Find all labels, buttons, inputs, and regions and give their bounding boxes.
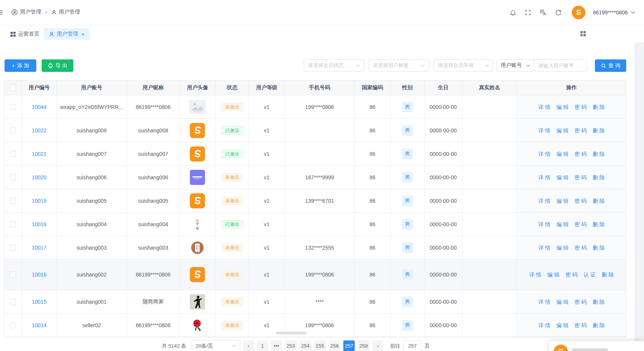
next-page-button[interactable]: › [372, 340, 383, 351]
refresh-icon[interactable] [554, 9, 562, 16]
horizontal-scrollbar[interactable] [276, 332, 306, 334]
action-link[interactable]: 详 情 [538, 296, 550, 308]
page-button[interactable]: 255 [314, 340, 326, 351]
prev-page-button[interactable]: ‹ [243, 340, 254, 351]
add-button[interactable]: + 添 加 [5, 59, 36, 72]
action-link[interactable]: 编 辑 [556, 101, 568, 113]
menu-icon[interactable] [0, 9, 3, 16]
user-id-link[interactable]: 10018 [32, 221, 47, 227]
breadcrumb-item-user-management[interactable]: 用户管理 [51, 9, 80, 16]
row-checkbox[interactable] [10, 272, 16, 278]
action-link[interactable]: 编 辑 [556, 296, 568, 308]
user-id-link[interactable]: 10020 [32, 174, 47, 180]
page-button[interactable]: 1 [257, 340, 268, 351]
tab-operations-home[interactable]: 运营首页 [5, 28, 44, 40]
user-level-cell: v1 [249, 189, 285, 212]
action-link[interactable]: 详 情 [538, 219, 550, 230]
action-link[interactable]: 编 辑 [547, 269, 559, 280]
action-link[interactable]: 密 码 [574, 148, 587, 160]
more-pages-button[interactable]: ••• [271, 340, 282, 351]
breadcrumb-item-users[interactable]: 用户管理 [11, 9, 41, 16]
action-link[interactable]: 密 码 [574, 195, 587, 207]
action-link[interactable]: 密 码 [574, 320, 587, 331]
action-link[interactable]: 密 码 [574, 125, 587, 136]
translate-icon[interactable] [539, 9, 547, 16]
action-link[interactable]: 密 码 [574, 296, 587, 308]
action-link[interactable]: 删 除 [593, 125, 605, 136]
row-checkbox[interactable] [10, 198, 16, 204]
action-link[interactable]: 删 除 [593, 172, 605, 183]
user-id-link[interactable]: 10014 [32, 322, 47, 328]
action-link[interactable]: 详 情 [538, 195, 550, 207]
user-id-link[interactable]: 10015 [32, 299, 47, 305]
action-link[interactable]: 删 除 [593, 219, 605, 230]
action-link[interactable]: 编 辑 [556, 219, 568, 230]
column-header: 国家编码 [355, 81, 391, 95]
search-field-type-select[interactable]: 用户账号 [497, 59, 534, 71]
jump-page-input[interactable] [403, 340, 422, 351]
action-link[interactable]: 详 情 [529, 269, 541, 280]
action-link[interactable]: 详 情 [538, 242, 550, 253]
row-checkbox[interactable] [10, 322, 16, 328]
page-button[interactable]: 256 [329, 340, 340, 351]
action-link[interactable]: 认 证 [583, 269, 596, 280]
action-link[interactable]: 编 辑 [556, 195, 568, 207]
row-checkbox[interactable] [10, 245, 16, 251]
user-id-link[interactable]: 10022 [32, 127, 47, 134]
page-size-select[interactable]: 20条/页 [192, 340, 240, 351]
action-link[interactable]: 删 除 [593, 148, 605, 160]
action-link[interactable]: 编 辑 [556, 172, 568, 183]
page-button[interactable]: 257 [343, 340, 355, 351]
action-link[interactable]: 密 码 [565, 269, 577, 280]
export-button[interactable]: 导 出 [42, 59, 73, 72]
tab-user-management[interactable]: 用户管理 × [44, 28, 90, 40]
member-status-select[interactable]: 请选择会员状态 [304, 59, 364, 71]
action-link[interactable]: 密 码 [574, 172, 587, 183]
action-link[interactable]: 编 辑 [556, 125, 568, 136]
page-button[interactable]: 258 [358, 340, 369, 351]
user-id-link[interactable]: 10021 [32, 151, 47, 157]
user-tag-select[interactable]: 请选择用户标签 [369, 59, 429, 71]
action-link[interactable]: 删 除 [593, 101, 605, 113]
tab-options-grid-icon[interactable] [580, 31, 586, 37]
action-link[interactable]: 删 除 [593, 242, 605, 253]
row-checkbox[interactable] [10, 221, 16, 227]
user-id-link[interactable]: 10019 [32, 198, 47, 204]
action-link[interactable]: 编 辑 [556, 148, 568, 160]
action-link[interactable]: 删 除 [593, 320, 605, 331]
row-checkbox[interactable] [10, 127, 16, 134]
bell-icon[interactable] [509, 9, 517, 16]
action-link[interactable]: 删 除 [593, 296, 605, 308]
search-button[interactable]: 查 询 [595, 59, 626, 72]
action-link[interactable]: 密 码 [574, 219, 587, 230]
row-checkbox[interactable] [10, 174, 16, 180]
brand-badge[interactable]: S [549, 341, 644, 351]
action-link[interactable]: 详 情 [538, 172, 550, 183]
fullscreen-icon[interactable] [524, 9, 532, 16]
select-all-checkbox[interactable] [10, 85, 16, 91]
action-link[interactable]: 详 情 [538, 148, 550, 160]
user-id-cell: 10019 [22, 189, 57, 212]
user-id-link[interactable]: 10016 [32, 272, 47, 278]
action-link[interactable]: 密 码 [574, 242, 587, 253]
member-level-select[interactable]: 请选择会员等级 [434, 59, 493, 71]
row-checkbox[interactable] [10, 151, 16, 157]
action-link[interactable]: 详 情 [538, 125, 550, 136]
user-menu[interactable]: 86199****0806 [593, 9, 635, 16]
action-link[interactable]: 编 辑 [556, 242, 568, 253]
action-link[interactable]: 删 除 [593, 195, 605, 207]
page-button[interactable]: 254 [299, 340, 311, 351]
user-avatar[interactable]: S [572, 6, 585, 19]
row-checkbox[interactable] [10, 104, 16, 110]
action-link[interactable]: 详 情 [538, 320, 550, 331]
user-id-link[interactable]: 10017 [32, 245, 47, 251]
close-icon[interactable]: × [81, 31, 85, 37]
page-button[interactable]: 253 [285, 340, 297, 351]
row-checkbox[interactable] [10, 299, 16, 305]
action-link[interactable]: 详 情 [538, 101, 550, 113]
account-search-input[interactable] [534, 59, 587, 71]
action-link[interactable]: 编 辑 [556, 320, 568, 331]
action-link[interactable]: 密 码 [574, 101, 587, 113]
user-id-link[interactable]: 10044 [32, 104, 47, 110]
action-link[interactable]: 删 除 [602, 269, 614, 280]
